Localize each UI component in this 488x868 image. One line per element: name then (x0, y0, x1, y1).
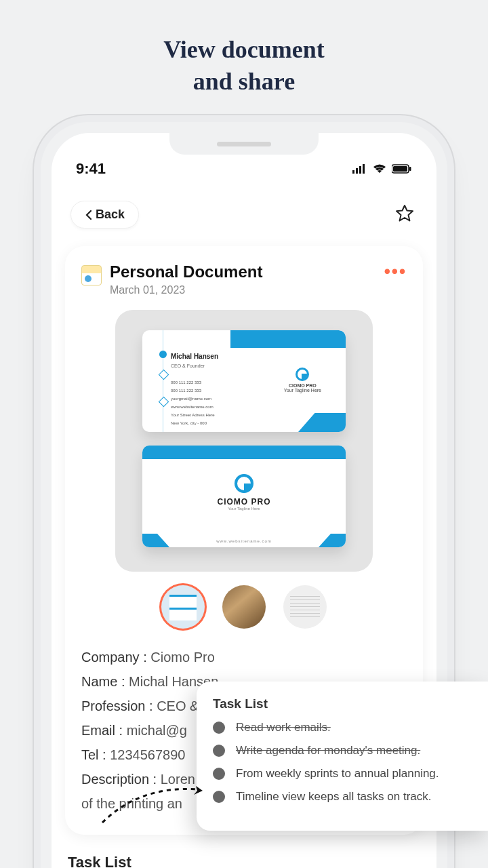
star-icon (394, 203, 415, 224)
page-title: View document and share (0, 0, 488, 118)
arrow-annotation (99, 785, 207, 826)
bullet-icon (213, 791, 225, 803)
bullet-icon (213, 768, 225, 780)
more-button[interactable]: ••• (384, 262, 407, 275)
back-button[interactable]: Back (70, 201, 139, 229)
svg-rect-1 (356, 168, 358, 174)
tasklist-item[interactable]: From weekly sprints to annual planning. (213, 767, 474, 781)
thumbnail-1[interactable] (161, 585, 205, 629)
phone-notch (169, 133, 319, 155)
svg-rect-0 (352, 170, 354, 174)
battery-icon (392, 164, 412, 174)
tasklist-item[interactable]: Timeline view keeps all tasks on track. (213, 790, 474, 804)
document-title: Personal Document (110, 262, 262, 281)
bullet-icon (213, 722, 225, 734)
detail-company: Company : Ciomo Pro (81, 645, 407, 669)
tasklist-item[interactable]: Write agenda for monday's meeting. (213, 744, 474, 757)
thumbnail-3[interactable] (283, 585, 327, 629)
status-icons (352, 164, 412, 174)
svg-rect-2 (359, 166, 361, 174)
tasklist-section-title: Task List (68, 854, 436, 868)
svg-rect-3 (363, 164, 365, 174)
thumbnail-row (81, 585, 407, 629)
document-icon (81, 265, 102, 285)
chevron-left-icon (85, 210, 93, 220)
status-time: 9:41 (76, 160, 106, 178)
wifi-icon (373, 164, 386, 174)
favorite-button[interactable] (394, 203, 418, 226)
thumbnail-2[interactable] (222, 585, 266, 629)
svg-rect-6 (409, 167, 411, 171)
document-date: March 01, 2023 (110, 284, 262, 296)
tasklist-item[interactable]: Read work emails. (213, 721, 474, 734)
signal-icon (352, 164, 367, 174)
tasklist-overlay: Task List Read work emails.Write agenda … (197, 682, 488, 831)
back-label: Back (96, 208, 125, 222)
tasklist-title: Task List (213, 696, 474, 711)
bullet-icon (213, 745, 225, 757)
business-card-front: Michal Hansen CEO & Founder 000 111 222 … (142, 330, 346, 432)
document-preview[interactable]: Michal Hansen CEO & Founder 000 111 222 … (115, 310, 373, 572)
business-card-back: CIOMO PROYour Tagline Here www.websitena… (142, 446, 346, 547)
svg-rect-5 (393, 166, 407, 172)
